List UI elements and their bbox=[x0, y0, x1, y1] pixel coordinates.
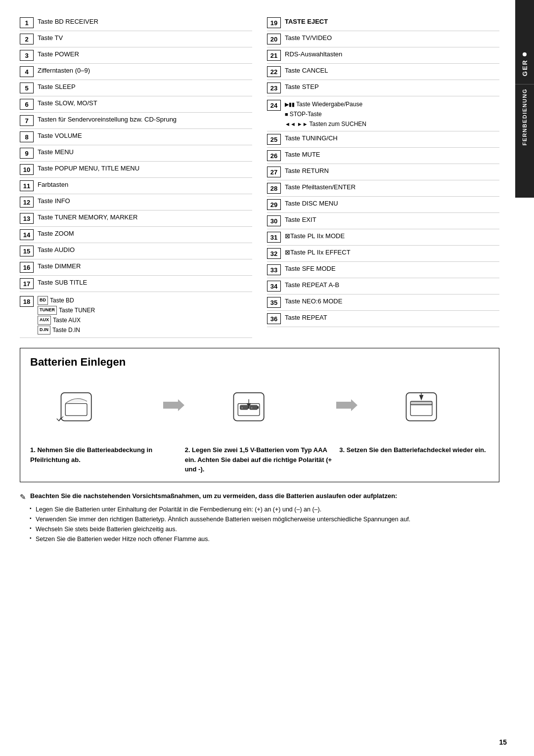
list-item: 36 Taste REPEAT bbox=[267, 311, 499, 327]
item-label: Taste TV bbox=[38, 34, 63, 42]
item-label: ⊠Taste PL IIx MODE bbox=[285, 232, 345, 241]
sub-item-label: Taste TUNER bbox=[59, 306, 95, 315]
item-number: 19 bbox=[267, 17, 281, 28]
list-item: 27 Taste RETURN bbox=[267, 164, 499, 180]
list-item: 28 Taste Pfeiltasten/ENTER bbox=[267, 180, 499, 197]
list-item: 7 Tasten für Sendervoreinstellung bzw. C… bbox=[20, 113, 252, 129]
item-number: 13 bbox=[20, 213, 34, 224]
list-item-18: 18 BD Taste BD TUNER Taste TUNER AUX Tas bbox=[20, 292, 252, 338]
list-item-24: 24 ▶▮▮ Taste Wiedergabe/Pause ■ STOP-Tas… bbox=[267, 96, 499, 131]
list-item: 22 Taste CANCEL bbox=[267, 64, 499, 80]
item-number: 30 bbox=[267, 215, 281, 226]
sub-label-search: Tasten zum SUCHEN bbox=[310, 120, 366, 128]
item-number: 7 bbox=[20, 115, 34, 126]
item-label: Taste NEO:6 MODE bbox=[285, 297, 342, 306]
side-tab-fern: FERNBEDIENUNG bbox=[522, 88, 528, 145]
item-label: Taste POWER bbox=[38, 50, 79, 59]
battery-step-2: 2. Legen Sie zwei 1,5 V-Batterien vom Ty… bbox=[185, 445, 335, 474]
item-number: 5 bbox=[20, 83, 34, 93]
battery-insert-svg: + + bbox=[225, 383, 294, 428]
play-pause-icon: ▶▮▮ bbox=[285, 100, 295, 109]
item-number: 18 bbox=[20, 296, 34, 307]
side-tab-dot bbox=[523, 52, 527, 56]
item-number: 28 bbox=[267, 183, 281, 194]
step-3-bold: 3. Setzen Sie den Batteriefachdeckel wie… bbox=[339, 446, 486, 454]
item-number: 24 bbox=[267, 100, 281, 111]
badge-din: D.IN bbox=[38, 326, 50, 335]
list-item: 32 ⊠Taste PL IIx EFFECT bbox=[267, 246, 499, 262]
sub-label-stop: STOP-Taste bbox=[290, 110, 322, 119]
item-label: Tasten für Sendervoreinstellung bzw. CD-… bbox=[38, 115, 177, 124]
item-number: 29 bbox=[267, 199, 281, 210]
svg-rect-14 bbox=[410, 404, 432, 416]
battery-image-3 bbox=[393, 381, 472, 430]
svg-text:+: + bbox=[241, 406, 243, 409]
note-icon: ✎ bbox=[20, 493, 26, 502]
page-number: 15 bbox=[499, 738, 507, 746]
sub-item-bd: BD Taste BD bbox=[38, 296, 95, 305]
item-label: Taste AUDIO bbox=[38, 246, 75, 254]
list-item: 11 Farbtasten bbox=[20, 178, 252, 194]
list-item: 23 Taste STEP bbox=[267, 80, 499, 96]
item-label: Taste SLEEP bbox=[38, 83, 76, 91]
badge-tuner: TUNER bbox=[38, 306, 57, 315]
item-label: Zifferntasten (0–9) bbox=[38, 66, 90, 75]
item-label: Taste VOLUME bbox=[38, 131, 82, 140]
list-item: 19 TASTE EJECT bbox=[267, 15, 499, 31]
item-label: ⊠Taste PL IIx EFFECT bbox=[285, 248, 351, 257]
list-item: 33 Taste SFE MODE bbox=[267, 262, 499, 278]
item-number: 6 bbox=[20, 99, 34, 110]
sub-item-label: Taste D.IN bbox=[52, 326, 80, 335]
list-item: 8 Taste VOLUME bbox=[20, 129, 252, 145]
sub-item-label: Taste AUX bbox=[53, 316, 81, 325]
note-item-2: Verwenden Sie immer den richtigen Batter… bbox=[30, 514, 499, 524]
list-item: 15 Taste AUDIO bbox=[20, 243, 252, 259]
badge-bd: BD bbox=[38, 296, 48, 305]
note-item-1: Legen Sie die Batterien unter Einhaltung… bbox=[30, 504, 499, 514]
item-number: 35 bbox=[267, 297, 281, 308]
item-label: Taste CANCEL bbox=[285, 66, 328, 75]
item-number: 16 bbox=[20, 262, 34, 273]
item-label: Taste INFO bbox=[38, 197, 70, 206]
list-item: 20 Taste TV/VIDEO bbox=[267, 31, 499, 47]
item-label: Taste BD RECEIVER bbox=[38, 17, 98, 26]
item-number: 4 bbox=[20, 66, 34, 77]
item-number: 25 bbox=[267, 134, 281, 145]
item-label: Taste DISC MENU bbox=[285, 199, 338, 208]
item-label: Taste TUNER MEMORY, MARKER bbox=[38, 213, 137, 222]
arrow-svg-2 bbox=[334, 398, 358, 413]
item-label: Taste ZOOM bbox=[38, 229, 74, 238]
item-number: 11 bbox=[20, 180, 34, 191]
svg-marker-12 bbox=[336, 399, 357, 411]
search-icon: ◄◄ ►► bbox=[285, 120, 308, 128]
item-label: Taste RETURN bbox=[285, 167, 329, 175]
battery-image-2: + + bbox=[220, 381, 299, 430]
item-label: Taste REPEAT bbox=[285, 313, 327, 322]
battery-step-3: 3. Setzen Sie den Batteriefachdeckel wie… bbox=[339, 445, 489, 474]
svg-marker-2 bbox=[163, 399, 184, 411]
item-number: 23 bbox=[267, 83, 281, 93]
sub-item-stop: ■ STOP-Taste bbox=[285, 110, 366, 119]
item-label: Taste TUNING/CH bbox=[285, 134, 338, 143]
item-number: 17 bbox=[20, 278, 34, 289]
sub-label-play: Taste Wiedergabe/Pause bbox=[296, 100, 362, 109]
sub-item-label: Taste BD bbox=[50, 296, 74, 305]
item-number: 2 bbox=[20, 34, 34, 44]
item-label: Taste Pfeiltasten/ENTER bbox=[285, 183, 356, 192]
side-tab: GER FERNBEDIENUNG bbox=[515, 0, 534, 198]
list-item: 31 ⊠Taste PL IIx MODE bbox=[267, 229, 499, 246]
item-number: 12 bbox=[20, 197, 34, 208]
list-item: 13 Taste TUNER MEMORY, MARKER bbox=[20, 210, 252, 227]
battery-arrow-1 bbox=[161, 395, 185, 417]
item-number: 15 bbox=[20, 246, 34, 256]
sub-item-search: ◄◄ ►► Tasten zum SUCHEN bbox=[285, 120, 366, 128]
battery-close-svg bbox=[398, 383, 467, 428]
list-item: 5 Taste SLEEP bbox=[20, 80, 252, 96]
list-item: 34 Taste REPEAT A-B bbox=[267, 278, 499, 294]
item-number: 3 bbox=[20, 50, 34, 61]
item-number: 31 bbox=[267, 232, 281, 243]
item-label: Taste STEP bbox=[285, 83, 319, 91]
page-wrapper: GER FERNBEDIENUNG 1 Taste BD RECEIVER 2 … bbox=[0, 0, 534, 756]
svg-rect-1 bbox=[65, 404, 87, 416]
note-item-3: Wechseln Sie stets beide Batterien gleic… bbox=[30, 524, 499, 534]
